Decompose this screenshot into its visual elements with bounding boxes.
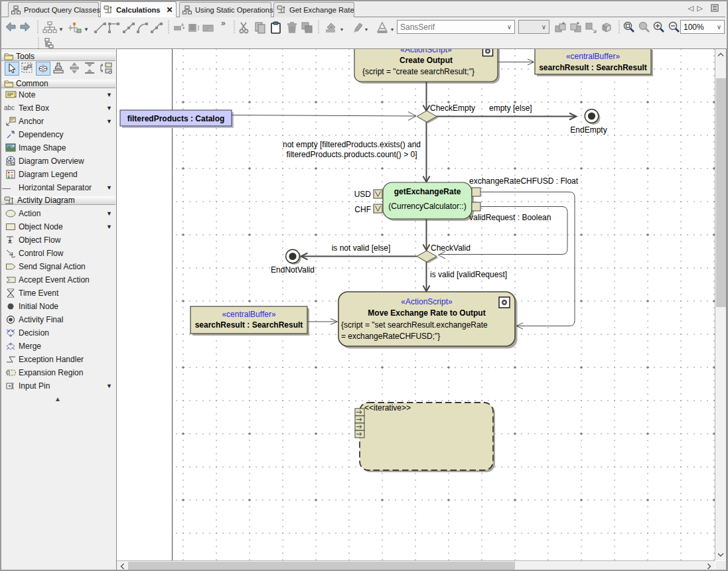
svg-text:<<iterative>>: <<iterative>> [364,403,411,412]
svg-text:getExchangeRate: getExchangeRate [394,187,461,196]
svg-text:filteredProducts.products.coun: filteredProducts.products.count() > 0] [286,150,417,159]
svg-text:(CurrencyCalculator::): (CurrencyCalculator::) [388,202,466,211]
svg-text:not empty [filteredProducts.ex: not empty [filteredProducts.exists() and [283,140,421,149]
svg-text:«ActionScript»: «ActionScript» [401,297,453,306]
svg-text:«centralBuffer»: «centralBuffer» [566,52,620,61]
svg-text:CheckEmpty: CheckEmpty [430,103,475,113]
svg-text:searchResult : SearchResult: searchResult : SearchResult [195,320,303,330]
svg-text:EndNotValid: EndNotValid [271,265,315,275]
svg-text:validRequest : Boolean: validRequest : Boolean [469,213,551,222]
svg-text:empty [else]: empty [else] [489,103,532,113]
svg-text:«ActionScript»: «ActionScript» [400,49,452,54]
svg-text:CheckValid: CheckValid [431,243,471,253]
svg-text:is valid [validRequest]: is valid [validRequest] [430,270,507,279]
svg-text:exchangeRateCHFUSD : Float: exchangeRateCHFUSD : Float [469,176,579,186]
svg-text:Move Exchange Rate to Output: Move Exchange Rate to Output [368,308,485,318]
svg-text:CHF: CHF [354,205,371,214]
svg-text:«centralBuffer»: «centralBuffer» [222,310,275,319]
svg-text:Create Output: Create Output [400,56,453,65]
svg-text:filteredProducts : Catalog: filteredProducts : Catalog [127,114,225,123]
svg-text:= exchangeRateCHFUSD;"}: = exchangeRateCHFUSD;"} [341,332,440,341]
svg-text:USD: USD [354,190,372,199]
svg-text:EndEmpty: EndEmpty [570,125,607,135]
svg-text:{script = "set searchResult.ex: {script = "set searchResult.exchangeRate [341,320,488,330]
svg-text:searchResult : SearchResult: searchResult : SearchResult [539,63,647,72]
svg-text:is not valid [else]: is not valid [else] [332,243,391,253]
svg-text:{script = "create searchResult: {script = "create searchResult;"} [362,67,474,76]
